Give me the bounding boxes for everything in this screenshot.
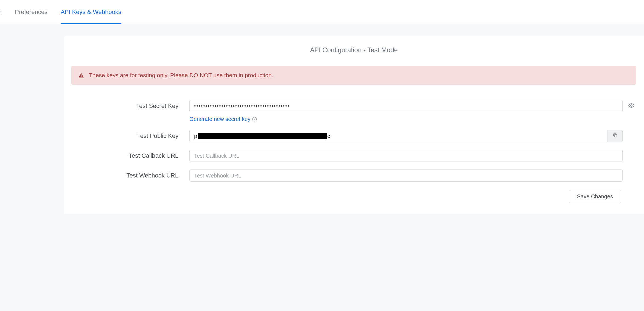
form-actions: Save Changes <box>71 190 621 203</box>
eye-icon <box>628 102 635 110</box>
callback-url-input[interactable] <box>189 150 623 162</box>
callback-url-label: Test Callback URL <box>71 152 189 159</box>
public-key-input[interactable]: p c <box>190 130 607 142</box>
webhook-url-row: Test Webhook URL <box>71 170 636 182</box>
svg-rect-1 <box>81 76 82 77</box>
copy-public-key-button[interactable] <box>607 130 622 142</box>
warning-icon <box>79 73 84 78</box>
card-title: API Configuration - Test Mode <box>64 36 644 66</box>
tabs-bar: n Preferences API Keys & Webhooks <box>0 0 644 24</box>
public-key-suffix: c <box>327 133 330 139</box>
svg-point-2 <box>631 105 632 106</box>
page-body: API Configuration - Test Mode These keys… <box>0 24 644 214</box>
webhook-url-label: Test Webhook URL <box>71 172 189 179</box>
generate-secret-key-link[interactable]: Generate new secret key <box>189 116 250 122</box>
tab-api-keys[interactable]: API Keys & Webhooks <box>61 0 121 24</box>
secret-key-label: Test Secret Key <box>71 102 189 110</box>
warning-text: These keys are for testing only. Please … <box>89 72 273 79</box>
public-key-input-group: p c <box>189 130 623 142</box>
save-changes-button[interactable]: Save Changes <box>569 190 621 203</box>
reveal-secret-button[interactable] <box>626 102 636 110</box>
svg-point-5 <box>254 118 255 118</box>
public-key-prefix: p <box>194 133 197 139</box>
secret-key-input[interactable] <box>189 100 623 112</box>
callback-url-row: Test Callback URL <box>71 150 636 162</box>
secret-key-row: Test Secret Key <box>71 100 636 112</box>
public-key-row: Test Public Key p c <box>71 130 636 142</box>
svg-rect-0 <box>81 74 82 76</box>
copy-icon <box>612 133 618 140</box>
generate-key-row: Generate new secret key <box>71 116 636 122</box>
public-key-label: Test Public Key <box>71 132 189 140</box>
webhook-url-input[interactable] <box>189 170 623 182</box>
svg-rect-6 <box>614 135 617 137</box>
tab-partial[interactable]: n <box>0 0 2 24</box>
info-icon[interactable] <box>252 117 257 122</box>
tab-preferences[interactable]: Preferences <box>15 0 47 24</box>
public-key-redacted <box>198 133 327 139</box>
api-config-card: API Configuration - Test Mode These keys… <box>64 36 644 214</box>
warning-alert: These keys are for testing only. Please … <box>71 66 636 85</box>
